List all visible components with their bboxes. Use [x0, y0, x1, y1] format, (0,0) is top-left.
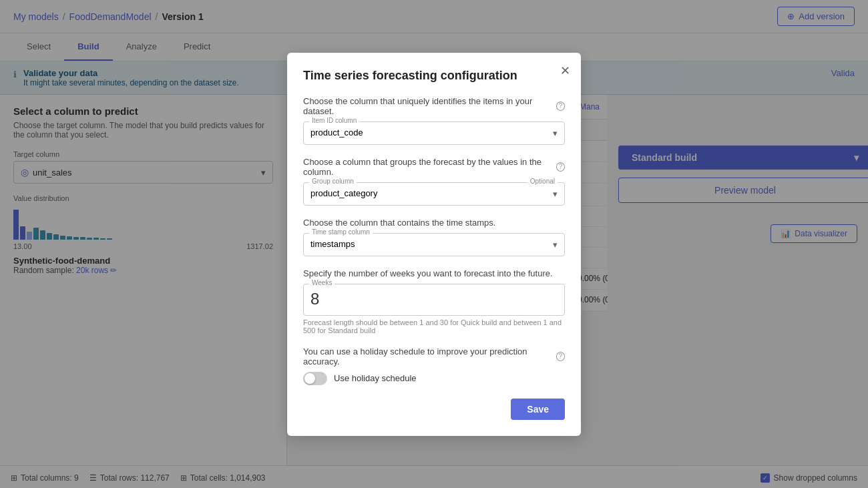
timestamp-field: Time stamp column timestamps ▾ — [303, 233, 565, 256]
modal-footer: Save — [303, 399, 565, 420]
modal-overlay: ✕ Time series forecasting configuration … — [0, 0, 868, 488]
q1-info-icon[interactable]: ? — [556, 101, 565, 111]
modal-title: Time series forecasting configuration — [303, 69, 565, 83]
weeks-label: Weeks — [309, 279, 335, 286]
holiday-toggle-label: Use holiday schedule — [334, 373, 417, 383]
save-button[interactable]: Save — [511, 399, 565, 420]
modal-q3-label: Choose the column that contains the time… — [303, 218, 565, 228]
holiday-toggle[interactable] — [303, 372, 327, 385]
modal-close-button[interactable]: ✕ — [560, 63, 570, 78]
holiday-label: You can use a holiday schedule to improv… — [303, 346, 565, 367]
group-select[interactable]: product_category — [310, 186, 558, 201]
modal-section-group: Choose a column that groups the forecast… — [303, 157, 565, 206]
modal-section-weeks: Specify the number of weeks you want to … — [303, 268, 565, 334]
modal-q1-label: Choose the column that uniquely identifi… — [303, 96, 565, 116]
timestamp-select[interactable]: timestamps — [310, 236, 558, 252]
modal-section-holiday: You can use a holiday schedule to improv… — [303, 346, 565, 385]
timestamp-label: Time stamp column — [309, 228, 373, 236]
toggle-knob — [304, 373, 315, 384]
modal-q4-text: Specify the number of weeks you want to … — [303, 268, 553, 278]
modal: ✕ Time series forecasting configuration … — [287, 53, 581, 436]
modal-q3-text: Choose the column that contains the time… — [303, 218, 495, 228]
holiday-row: Use holiday schedule — [303, 372, 565, 385]
weeks-hint: Forecast length should be between 1 and … — [303, 318, 565, 334]
modal-q2-text: Choose a column that groups the forecast… — [303, 157, 552, 177]
item-id-field: Item ID column product_code ▾ — [303, 121, 565, 145]
group-field: Group column Optional product_category ▾ — [303, 182, 565, 206]
q2-info-icon[interactable]: ? — [556, 162, 565, 172]
weeks-field: Weeks 8 — [303, 284, 565, 316]
optional-label: Optional — [527, 178, 558, 185]
item-id-label: Item ID column — [309, 117, 359, 124]
item-id-select[interactable]: product_code — [310, 125, 558, 140]
group-label: Group column — [309, 178, 357, 185]
weeks-input[interactable]: 8 — [310, 287, 558, 311]
modal-q2-label: Choose a column that groups the forecast… — [303, 157, 565, 177]
modal-section-timestamp: Choose the column that contains the time… — [303, 218, 565, 256]
modal-q4-label: Specify the number of weeks you want to … — [303, 268, 565, 278]
holiday-text: You can use a holiday schedule to improv… — [303, 346, 552, 367]
modal-q1-text: Choose the column that uniquely identifi… — [303, 96, 552, 116]
holiday-info-icon[interactable]: ? — [556, 352, 565, 361]
modal-section-item-id: Choose the column that uniquely identifi… — [303, 96, 565, 145]
